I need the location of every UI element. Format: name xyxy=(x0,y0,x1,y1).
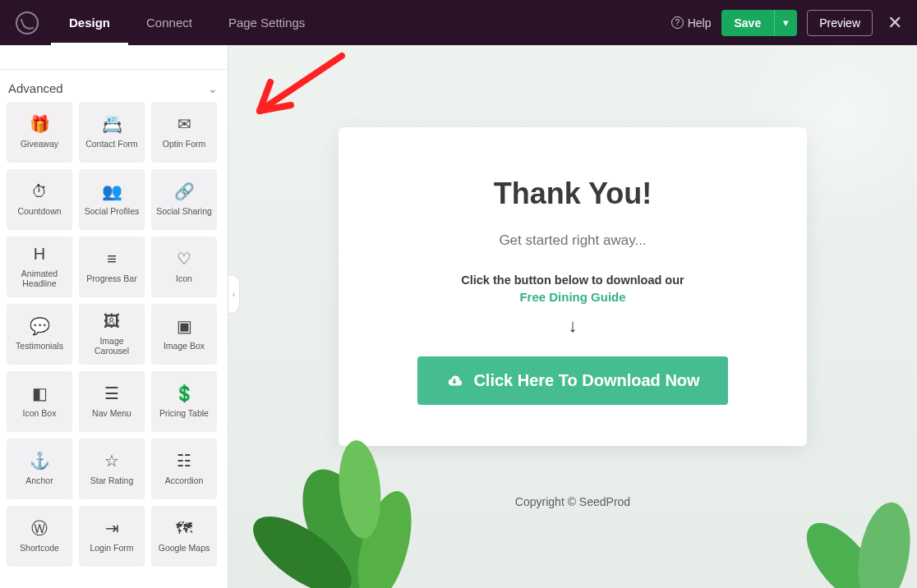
anchor-icon: ⚓ xyxy=(30,452,50,469)
panel-collapse-handle[interactable]: ‹ xyxy=(228,274,240,314)
block-giveaway[interactable]: 🎁Giveaway xyxy=(7,102,72,163)
block-star-rating[interactable]: ☆Star Rating xyxy=(79,439,145,499)
help-icon: ? xyxy=(671,16,684,29)
description-line[interactable]: Click the button below to download our xyxy=(371,273,774,287)
topbar-right: ? Help Save ▾ Preview ✕ xyxy=(671,10,907,36)
content-card[interactable]: Thank You! Get started right away... Cli… xyxy=(339,127,807,446)
block-label: Icon xyxy=(176,273,192,283)
download-button[interactable]: Click Here To Download Now xyxy=(417,356,727,405)
countdown-icon: ⏱ xyxy=(31,183,48,200)
blocks-panel-top xyxy=(0,45,228,70)
block-label: Countdown xyxy=(17,206,61,216)
headline[interactable]: Thank You! xyxy=(371,177,774,211)
block-google-maps[interactable]: 🗺Google Maps xyxy=(151,506,217,567)
icon-icon: ♡ xyxy=(177,250,191,267)
download-button-label: Click Here To Download Now xyxy=(473,371,699,390)
block-label: Image Box xyxy=(164,341,205,351)
google-maps-icon: 🗺 xyxy=(176,520,192,536)
tab-connect[interactable]: Connect xyxy=(128,0,210,45)
block-icon[interactable]: ♡Icon xyxy=(151,237,217,297)
block-nav-menu[interactable]: ☰Nav Menu xyxy=(79,371,145,432)
block-optin-form[interactable]: ✉Optin Form xyxy=(151,102,217,163)
tabs: Design Connect Page Settings xyxy=(51,0,323,45)
icon-box-icon: ◧ xyxy=(32,385,48,402)
testimonials-icon: 💬 xyxy=(30,318,50,334)
block-label: Optin Form xyxy=(163,139,206,149)
block-label: Progress Bar xyxy=(86,273,136,283)
animated-headline-icon: H xyxy=(34,246,45,262)
svg-point-1 xyxy=(245,502,364,588)
preview-button[interactable]: Preview xyxy=(807,10,873,36)
svg-point-4 xyxy=(794,511,892,588)
progress-bar-icon: ≡ xyxy=(107,250,117,267)
chevron-down-icon: ⌄ xyxy=(208,82,218,95)
block-label: Shortcode xyxy=(20,543,59,553)
blocks-panel: Advanced ⌄ 🎁Giveaway📇Contact Form✉Optin … xyxy=(0,45,228,588)
image-carousel-icon: 🖼 xyxy=(104,313,120,329)
block-label: Animated Headline xyxy=(10,269,69,288)
copyright-text[interactable]: Copyright © SeedProd xyxy=(228,495,917,508)
help-label: Help xyxy=(688,16,712,30)
block-label: Google Maps xyxy=(159,543,210,553)
block-social-sharing[interactable]: 🔗Social Sharing xyxy=(151,169,217,230)
chevron-down-icon: ▾ xyxy=(783,16,789,29)
block-social-profiles[interactable]: 👥Social Profiles xyxy=(79,169,145,230)
block-shortcode[interactable]: ⓌShortcode xyxy=(7,506,72,567)
block-countdown[interactable]: ⏱Countdown xyxy=(7,169,72,230)
leaf-icon xyxy=(16,11,39,34)
block-contact-form[interactable]: 📇Contact Form xyxy=(79,102,145,163)
block-label: Giveaway xyxy=(21,139,58,149)
block-accordion[interactable]: ☷Accordion xyxy=(151,439,217,499)
topbar: Design Connect Page Settings ? Help Save… xyxy=(0,0,917,45)
block-label: Anchor xyxy=(25,475,53,485)
social-profiles-icon: 👥 xyxy=(102,183,122,200)
block-animated-headline[interactable]: HAnimated Headline xyxy=(7,237,72,297)
guide-link[interactable]: Free Dining Guide xyxy=(371,290,774,304)
block-label: Nav Menu xyxy=(92,408,131,418)
block-login-form[interactable]: ⇥Login Form xyxy=(79,506,145,567)
svg-point-5 xyxy=(850,498,917,588)
tab-page-settings[interactable]: Page Settings xyxy=(210,0,323,45)
block-label: Social Profiles xyxy=(85,206,140,216)
image-box-icon: ▣ xyxy=(177,318,192,334)
tab-design[interactable]: Design xyxy=(51,0,128,45)
main: Advanced ⌄ 🎁Giveaway📇Contact Form✉Optin … xyxy=(0,45,917,588)
block-anchor[interactable]: ⚓Anchor xyxy=(7,439,72,499)
section-title: Advanced xyxy=(8,81,63,95)
close-button[interactable]: ✕ xyxy=(882,14,907,32)
blocks-grid: 🎁Giveaway📇Contact Form✉Optin Form⏱Countd… xyxy=(0,102,228,583)
social-sharing-icon: 🔗 xyxy=(174,183,195,200)
block-label: Login Form xyxy=(90,543,133,553)
block-label: Icon Box xyxy=(23,408,57,418)
section-advanced-header[interactable]: Advanced ⌄ xyxy=(0,70,228,102)
block-label: Contact Form xyxy=(85,139,138,149)
block-image-carousel[interactable]: 🖼Image Carousel xyxy=(79,304,145,365)
svg-point-0 xyxy=(286,457,401,588)
block-label: Testimonials xyxy=(16,341,63,351)
arrow-down-icon: ↓ xyxy=(371,315,774,337)
cloud-download-icon xyxy=(445,372,463,390)
block-progress-bar[interactable]: ≡Progress Bar xyxy=(79,237,145,297)
help-link[interactable]: ? Help xyxy=(671,16,712,30)
accordion-icon: ☷ xyxy=(177,452,191,469)
save-button[interactable]: Save xyxy=(721,10,775,36)
subheadline[interactable]: Get started right away... xyxy=(371,232,774,249)
block-pricing-table[interactable]: 💲Pricing Table xyxy=(151,371,217,432)
star-rating-icon: ☆ xyxy=(104,452,119,469)
save-dropdown[interactable]: ▾ xyxy=(774,10,797,36)
block-label: Social Sharing xyxy=(156,206,212,216)
shortcode-icon: Ⓦ xyxy=(31,520,48,536)
svg-point-3 xyxy=(335,439,385,540)
block-testimonials[interactable]: 💬Testimonials xyxy=(7,304,72,365)
app-logo[interactable] xyxy=(10,11,44,34)
contact-form-icon: 📇 xyxy=(102,116,122,132)
block-label: Image Carousel xyxy=(82,336,141,356)
login-form-icon: ⇥ xyxy=(105,520,119,536)
pricing-table-icon: 💲 xyxy=(174,385,195,402)
canvas[interactable]: Thank You! Get started right away... Cli… xyxy=(228,45,917,588)
save-group: Save ▾ xyxy=(721,10,798,36)
block-icon-box[interactable]: ◧Icon Box xyxy=(7,371,72,432)
plant-decoration xyxy=(794,473,917,588)
block-image-box[interactable]: ▣Image Box xyxy=(151,304,217,365)
optin-form-icon: ✉ xyxy=(177,116,191,132)
